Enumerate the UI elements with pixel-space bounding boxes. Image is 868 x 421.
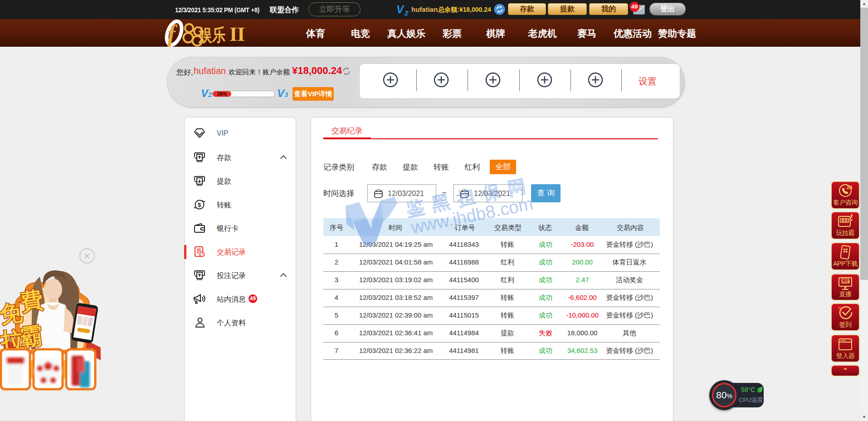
svg-text:娱乐: 娱乐 xyxy=(198,25,225,44)
svg-text:24: 24 xyxy=(847,185,853,190)
svg-text:霸: 霸 xyxy=(19,323,44,351)
svg-text:2: 2 xyxy=(404,9,409,16)
svg-text:LIVE: LIVE xyxy=(843,279,850,284)
svg-text:V: V xyxy=(396,3,405,15)
svg-text:費: 費 xyxy=(18,287,45,315)
svg-text:II: II xyxy=(229,23,245,45)
svg-text:7: 7 xyxy=(844,219,846,222)
svg-text:7: 7 xyxy=(841,219,843,222)
svg-text:$: $ xyxy=(198,201,201,208)
svg-text:7: 7 xyxy=(847,219,848,222)
